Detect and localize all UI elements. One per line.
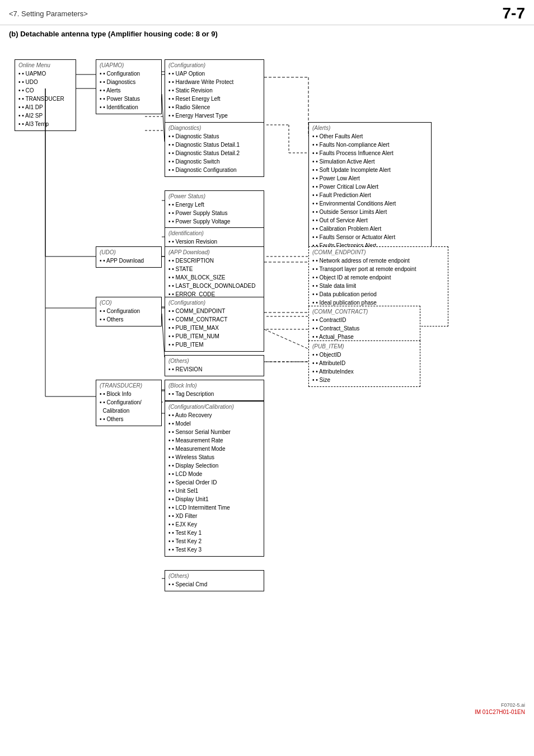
others-transducer-label: (Others) — [168, 573, 260, 579]
connection-lines — [9, 44, 524, 693]
list-item: • TRANSDUCER — [18, 95, 72, 103]
list-item: • Others — [100, 315, 158, 324]
config-list: • UAP Option • Hardware Write Protect • … — [168, 69, 260, 120]
list-item: • APP Download — [100, 256, 158, 265]
box-diagnostics: (Diagnostics) • Diagnostic Status • Diag… — [165, 122, 264, 177]
list-item: • Special Order ID — [168, 478, 260, 487]
list-item: • Energy Harvest Type — [168, 111, 260, 120]
list-item: • XD Filter — [168, 512, 260, 520]
list-item: • Calibration Problem Alert — [312, 225, 428, 233]
co-list: • Configuration • Others — [100, 307, 158, 324]
list-item: • AI3 Temp — [18, 120, 72, 128]
list-item: • Test Key 3 — [168, 545, 260, 554]
online-menu-label: Online Menu — [18, 62, 72, 68]
list-item: • Other Faults Alert — [312, 132, 428, 141]
section-title: (b) Detachable antenna type (Amplifier h… — [0, 25, 534, 41]
box-uapmo: (UAPMO) • Configuration • Diagnostics • … — [96, 59, 162, 114]
list-item: • Reset Energy Left — [168, 95, 260, 103]
box-power-status: (Power Status) • Energy Left • Power Sup… — [165, 190, 264, 228]
list-item: • Energy Left — [168, 200, 260, 209]
list-item: • Sensor Serial Number — [168, 428, 260, 436]
box-co: (CO) • Configuration • Others — [96, 297, 162, 326]
list-item: • Diagnostic Configuration — [168, 166, 260, 174]
others-co-label: (Others) — [168, 358, 260, 364]
list-item: • AI2 SP — [18, 111, 72, 120]
box-app-download: (APP Download) • DESCRIPTION • STATE • M… — [165, 246, 264, 301]
list-item: • Environmental Conditions Alert — [312, 199, 428, 208]
list-item: • PUB_ITEM_MAX — [168, 324, 260, 332]
box-comm-contract: (COMM_CONTRACT) • ContractID • Contract_… — [308, 306, 420, 344]
list-item: • Identification — [100, 103, 158, 111]
list-item: • Power Low Alert — [312, 174, 428, 183]
list-item: • Configuration/ Calibration — [100, 398, 158, 415]
comm-contract-list: • ContractID • Contract_Status • Actual_… — [312, 316, 416, 341]
list-item: • LAST_BLOCK_DOWNLOADED — [168, 282, 260, 290]
list-item: • Faults Process Influence Alert — [312, 149, 428, 157]
config-calib-list: • Auto Recovery • Model • Sensor Serial … — [168, 411, 260, 554]
list-item: • UAPMO — [18, 69, 72, 78]
pub-item-list: • ObjectID • AttributeID • AttributeInde… — [312, 351, 416, 384]
list-item: • Diagnostic Status Detail.1 — [168, 141, 260, 149]
list-item: • MAX_BLOCK_SIZE — [168, 273, 260, 282]
list-item: • Version Revision — [168, 237, 260, 246]
list-item: • Power Status — [100, 95, 158, 103]
list-item: • Power Critical Low Alert — [312, 183, 428, 191]
list-item: • Display Unit1 — [168, 495, 260, 503]
uapmo-list: • Configuration • Diagnostics • Alerts •… — [100, 69, 158, 111]
page-number: 7-7 — [503, 4, 525, 22]
list-item: • Tag Description — [168, 390, 260, 398]
box-configuration: (Configuration) • UAP Option • Hardware … — [165, 59, 264, 123]
list-item: • ObjectID — [312, 351, 416, 359]
diagnostics-label: (Diagnostics) — [168, 125, 260, 131]
list-item: • ContractID — [312, 316, 416, 324]
list-item: • LCD Mode — [168, 470, 260, 478]
config-calib-label: (Configuration/Calibration) — [168, 404, 260, 410]
list-item: • Fault Prediction Alert — [312, 191, 428, 199]
comm-endpoint-label: (COMM_ENDPOINT) — [312, 249, 444, 255]
box-co-configuration: (Configuration) • COMM_ENDPOINT • COMM_C… — [165, 297, 264, 352]
diagram-lines — [9, 44, 524, 693]
list-item: • Diagnostic Status Detail.2 — [168, 149, 260, 157]
list-item: • UDO — [18, 78, 72, 86]
box-online-menu: Online Menu • UAPMO • UDO • CO • TRANSDU… — [15, 59, 76, 131]
footer-ref: F0702-5.ai — [0, 702, 534, 708]
list-item: • Test Key 2 — [168, 537, 260, 545]
comm-contract-label: (COMM_CONTRACT) — [312, 309, 416, 315]
list-item: • Display Selection — [168, 461, 260, 470]
diagram-area: Online Menu • UAPMO • UDO • CO • TRANSDU… — [9, 44, 524, 693]
box-udo: (UDO) • APP Download — [96, 246, 162, 268]
list-item: • UAP Option — [168, 69, 260, 78]
list-item: • Transport layer port at remote endpoin… — [312, 265, 444, 273]
list-item: • Model — [168, 419, 260, 428]
list-item: • AI1 DP — [18, 103, 72, 111]
list-item: • DESCRIPTION — [168, 256, 260, 265]
list-item: • Network address of remote endpoint — [312, 256, 444, 265]
block-info-list: • Tag Description — [168, 390, 260, 398]
box-transducer: (TRANSDUCER) • Block Info • Configuratio… — [96, 380, 162, 426]
list-item: • Faults Non-compliance Alert — [312, 141, 428, 149]
list-item: • Power Supply Status — [168, 209, 260, 217]
list-item: • Object ID at remote endpoint — [312, 273, 444, 282]
list-item: • Size — [312, 376, 416, 384]
doc-ref: IM 01C27H01-01EN — [0, 708, 534, 715]
power-status-list: • Energy Left • Power Supply Status • Po… — [168, 200, 260, 226]
list-item: • Configuration — [100, 307, 158, 315]
list-item: • Measurement Rate — [168, 436, 260, 445]
list-item: • Others — [100, 415, 158, 423]
list-item: • Static Revision — [168, 86, 260, 95]
list-item: • Special Cmd — [168, 580, 260, 589]
list-item: • Block Info — [100, 390, 158, 398]
box-others-co: (Others) • REVISION — [165, 355, 264, 376]
list-item: • Unit Sel1 — [168, 487, 260, 495]
list-item: • Alerts — [100, 86, 158, 95]
list-item: • Soft Update Incomplete Alert — [312, 166, 428, 174]
list-item: • EJX Key — [168, 520, 260, 529]
identification-label: (Identification) — [168, 230, 260, 236]
others-co-list: • REVISION — [168, 365, 260, 374]
list-item: • Hardware Write Protect — [168, 78, 260, 86]
transducer-label: (TRANSDUCER) — [100, 382, 158, 389]
list-item: • Configuration — [100, 69, 158, 78]
list-item: • Stale data limit — [312, 282, 444, 290]
list-item: • COMM_ENDPOINT — [168, 307, 260, 315]
list-item: • LCD Intermittent Time — [168, 503, 260, 512]
